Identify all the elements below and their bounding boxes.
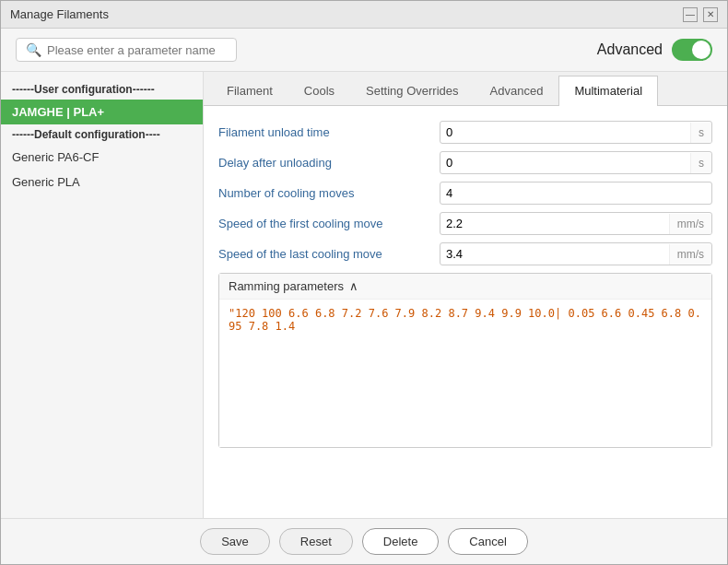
minimize-button[interactable]: — <box>683 7 698 22</box>
right-panel: Filament Cools Setting Overrides Advance… <box>204 72 727 518</box>
titlebar-controls: — ✕ <box>683 7 718 22</box>
toggle-knob <box>692 41 710 59</box>
tab-advanced[interactable]: Advanced <box>475 76 559 105</box>
ramming-header[interactable]: Ramming parameters ∧ <box>219 274 711 300</box>
form-row-delay-after-unloading: Delay after unloading s <box>218 151 712 174</box>
field-input-unload-time[interactable] <box>440 122 690 143</box>
user-config-label: ------User configuration------ <box>1 79 203 100</box>
field-input-wrap-delay: s <box>440 151 712 174</box>
form-row-speed-first: Speed of the first cooling move mm/s <box>218 212 712 235</box>
close-button[interactable]: ✕ <box>703 7 718 22</box>
close-icon: ✕ <box>707 9 714 19</box>
sidebar-item-jamghe-pla[interactable]: JAMGHE | PLA+ <box>1 100 203 124</box>
sidebar-item-generic-pla[interactable]: Generic PLA <box>1 170 203 194</box>
form-row-unload-time: Filament unload time s <box>218 121 712 144</box>
tab-cools[interactable]: Cools <box>288 76 350 105</box>
cancel-button[interactable]: Cancel <box>448 528 527 555</box>
ramming-body: "120 100 6.6 6.8 7.2 7.6 7.9 8.2 8.7 9.4… <box>219 300 711 447</box>
save-button[interactable]: Save <box>200 528 270 555</box>
main-content: ------User configuration------ JAMGHE | … <box>1 72 727 518</box>
search-input[interactable] <box>47 43 227 57</box>
form-row-speed-last: Speed of the last cooling move mm/s <box>218 242 712 265</box>
field-label-speed-last: Speed of the last cooling move <box>218 247 440 261</box>
tab-filament[interactable]: Filament <box>211 76 288 105</box>
ramming-section: Ramming parameters ∧ "120 100 6.6 6.8 7.… <box>218 273 712 448</box>
field-label-delay-after-unloading: Delay after unloading <box>218 156 440 170</box>
field-input-wrap-speed-last: mm/s <box>440 242 712 265</box>
manage-filaments-window: Manage Filaments — ✕ 🔍 Advanced ------Us… <box>0 0 728 565</box>
field-unit-speed-first: mm/s <box>669 214 711 234</box>
default-config-label: ------Default configuration---- <box>1 124 203 145</box>
field-input-wrap-unload-time: s <box>440 121 712 144</box>
field-unit-delay: s <box>690 153 711 173</box>
field-input-delay[interactable] <box>440 152 690 173</box>
field-input-speed-last[interactable] <box>440 243 669 265</box>
sidebar: ------User configuration------ JAMGHE | … <box>1 72 204 518</box>
field-unit-unload-time: s <box>690 123 711 143</box>
tabs: Filament Cools Setting Overrides Advance… <box>204 72 727 106</box>
reset-button[interactable]: Reset <box>279 528 353 555</box>
field-input-cooling-moves[interactable] <box>440 182 711 204</box>
titlebar: Manage Filaments — ✕ <box>1 1 727 29</box>
field-input-wrap-cooling-moves <box>440 182 712 205</box>
search-icon: 🔍 <box>26 42 41 57</box>
footer: Save Reset Delete Cancel <box>1 518 727 564</box>
tab-content: Filament unload time s Delay after unloa… <box>204 106 727 518</box>
field-label-cooling-moves: Number of cooling moves <box>218 186 440 200</box>
field-label-speed-first: Speed of the first cooling move <box>218 217 440 230</box>
advanced-label: Advanced <box>597 41 663 58</box>
field-unit-speed-last: mm/s <box>669 244 711 265</box>
search-box[interactable]: 🔍 <box>16 38 237 62</box>
advanced-toggle-group: Advanced <box>597 39 712 61</box>
tab-setting-overrides[interactable]: Setting Overrides <box>350 76 474 105</box>
toolbar: 🔍 Advanced <box>1 29 727 72</box>
minimize-icon: — <box>686 9 695 19</box>
advanced-toggle-switch[interactable] <box>672 39 712 61</box>
form-row-cooling-moves: Number of cooling moves <box>218 182 712 205</box>
sidebar-item-generic-pa6-cf[interactable]: Generic PA6-CF <box>1 145 203 170</box>
field-input-speed-first[interactable] <box>440 213 669 234</box>
field-input-wrap-speed-first: mm/s <box>440 212 712 235</box>
window-title: Manage Filaments <box>10 7 109 21</box>
chevron-up-icon: ∧ <box>349 279 358 293</box>
tab-multimaterial[interactable]: Multimaterial <box>558 76 658 106</box>
ramming-value: "120 100 6.6 6.8 7.2 7.6 7.9 8.2 8.7 9.4… <box>229 307 701 333</box>
delete-button[interactable]: Delete <box>362 528 440 555</box>
ramming-header-label: Ramming parameters <box>229 279 344 293</box>
field-label-unload-time: Filament unload time <box>218 125 440 139</box>
